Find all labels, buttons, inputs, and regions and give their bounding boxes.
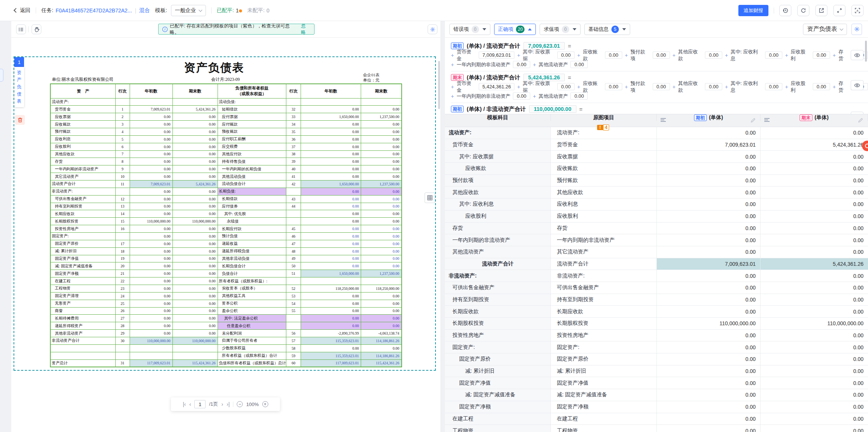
end-suffix: (单体): [815, 114, 829, 121]
match-row[interactable]: 其中: 应收利息应收利息0.000.00: [445, 199, 868, 211]
zoom-in-button[interactable]: +: [262, 401, 268, 407]
doc-cell: 0.00: [301, 315, 361, 322]
match-row[interactable]: 其他应收款其他应收款0.000.00: [445, 186, 868, 199]
sheet-select[interactable]: 资产负债表: [803, 24, 847, 35]
warning-count-badge: !4: [550, 124, 656, 131]
doc-cell: 118,250,000.00: [301, 285, 361, 292]
doc-cell: 0.00: [130, 270, 172, 277]
match-row[interactable]: 长期股权投资长期股权投资110,000,000.00110,000,000.00: [445, 318, 868, 330]
match-row[interactable]: 长期应收款长期应收款0.000.00: [445, 306, 868, 318]
match-table-header: 模板科目 原图项目 期初 (单体) 期末 (单体) !4: [445, 114, 868, 127]
divider: [28, 26, 29, 32]
panel-scrollbar[interactable]: [865, 41, 867, 62]
match-row[interactable]: 固定资产净值固定资产净值0.000.00: [445, 377, 868, 389]
task-label: 任务:: [41, 7, 53, 14]
match-cell: 0.00: [657, 186, 761, 198]
task-id[interactable]: F0A41B46572E47D2A2B72A2...: [56, 8, 132, 14]
match-row[interactable]: 减: 累计折旧减: 累计折旧0.000.00: [445, 365, 868, 377]
doc-cell: 0.00: [361, 307, 402, 315]
filter-chip-正确项[interactable]: 正确项20: [494, 24, 536, 35]
match-row[interactable]: 其他流动资产其它流动资产0.000.00: [445, 246, 868, 258]
match-row[interactable]: 可供出售金融资产可供出售金融资产0.000.00: [445, 282, 868, 294]
match-row[interactable]: 货币资金货币资金7,009,623.015,424,361.26: [445, 139, 868, 151]
match-row[interactable]: 应收股利应收股利0.000.00: [445, 211, 868, 223]
prev-page-button[interactable]: ‹: [189, 401, 191, 407]
back-button[interactable]: 返回: [14, 7, 30, 14]
open-external-button[interactable]: [815, 5, 827, 16]
match-row[interactable]: 持有至到期投资持有至到期投资0.000.00: [445, 294, 868, 306]
match-row[interactable]: 减: 固定资产减值准备减: 固定资产减值准备0.000.00: [445, 389, 868, 401]
match-cell: 0.00: [761, 353, 868, 365]
page-input[interactable]: 1: [194, 400, 206, 408]
doc-cell: [115, 344, 130, 352]
doc-cell: 47: [286, 240, 301, 247]
zoom-out-button[interactable]: −: [237, 401, 243, 407]
match-row[interactable]: 固定资产:固定资产:0.000.00: [445, 341, 868, 353]
append-report-button[interactable]: 追加财报: [738, 5, 768, 16]
match-row[interactable]: 其中: 应收票据应收票据0.000.00: [445, 151, 868, 163]
pan-tool-button[interactable]: [32, 24, 41, 34]
match-row[interactable]: 一年内到期的非流动资产一年内到期的非流动资产0.000.00: [445, 234, 868, 246]
match-cell: 0.00: [761, 341, 868, 353]
next-page-button[interactable]: ›: [221, 401, 223, 407]
doc-cell: 49: [286, 255, 301, 262]
header-end-period[interactable]: 期末 (单体): [761, 114, 868, 121]
banner-ignore-link[interactable]: 忽略: [301, 23, 310, 36]
doc-cell: 0.00: [172, 330, 218, 337]
header-original-item[interactable]: 原图项目: [551, 114, 657, 121]
match-cell: 存货: [445, 223, 551, 234]
view-source-button[interactable]: [851, 50, 863, 60]
match-cell: 0.00: [657, 282, 761, 294]
match-row[interactable]: 固定资产原价固定资产原价0.000.00: [445, 353, 868, 365]
header-begin-period[interactable]: 期初 (单体): [657, 114, 761, 121]
match-row[interactable]: 预付款项预付账款0.000.00: [445, 175, 868, 187]
filter-chip-基础信息[interactable]: 基础信息5: [584, 24, 630, 35]
document-toolbar: i 已配平: 存在未匹配到模板的项目（紫色），检查无误可忽略。 忽略: [11, 21, 440, 38]
match-cell: 0.00: [657, 199, 761, 210]
doc-cell: -2,890,376.99: [301, 330, 361, 337]
history-button[interactable]: [779, 5, 791, 16]
last-page-button[interactable]: ›|: [227, 401, 230, 407]
match-row[interactable]: 流动资产:流动资产:0.000.00: [445, 127, 868, 139]
ocr-recognize-button[interactable]: A: [851, 5, 863, 16]
outline-toggle-button[interactable]: [16, 24, 26, 34]
match-row[interactable]: 存货存货0.000.00: [445, 223, 868, 235]
match-row[interactable]: 投资性房地产投资性房地产0.000.00: [445, 330, 868, 342]
refresh-button[interactable]: [797, 5, 809, 16]
match-row[interactable]: 工程物资工程物资0.000.00: [445, 425, 868, 432]
match-cell: 一年内到期的非流动资产: [445, 234, 551, 246]
doc-cell: 0.00: [301, 121, 361, 128]
match-row[interactable]: 固定资产净额固定资产净额0.000.00: [445, 401, 868, 413]
doc-cell: 0.00: [172, 307, 218, 315]
delete-sheet-button[interactable]: [15, 115, 25, 125]
sort-icon[interactable]: [764, 118, 770, 123]
filter-chip-错误项[interactable]: 错误项0: [449, 24, 490, 35]
match-cell: 存货: [551, 223, 657, 234]
header-template-subject[interactable]: 模板科目: [445, 114, 551, 121]
fullscreen-button[interactable]: [833, 5, 845, 16]
match-row[interactable]: 流动资产合计流动资产合计7,009,623.015,424,361.26: [445, 258, 868, 270]
document-canvas[interactable]: 1 资产负债表 资产负债表 会企01表 单位:丽水金汛股权投资有限公司 会计月:…: [11, 38, 440, 432]
first-page-button[interactable]: |‹: [183, 401, 186, 407]
edit-pencil-icon[interactable]: [750, 118, 756, 124]
template-select[interactable]: 一般企业: [171, 5, 206, 16]
doc-cell: 0.00: [130, 255, 172, 262]
filter-chip-求值项[interactable]: 求值项0: [540, 24, 581, 35]
edit-pencil-icon[interactable]: [858, 118, 863, 124]
table-grid-toggle-button[interactable]: [425, 193, 435, 203]
collapsed-sidebar-handle[interactable]: [0, 69, 3, 82]
match-row[interactable]: 在建工程在建工程0.000.00: [445, 413, 868, 425]
match-cell: 减: 累计折旧: [445, 365, 551, 377]
sort-icon[interactable]: [661, 118, 666, 123]
panel-settings-button[interactable]: [851, 24, 862, 35]
match-row[interactable]: 应收账款应收账款0.000.00: [445, 163, 868, 175]
doc-row: 长期应收款140.000.00其中: 优先股0.000.00: [50, 210, 402, 218]
doc-cell: [361, 277, 402, 285]
formula-group: 期初(单体) / 非流动资产合计110,000,000.00=+可供出售金融资产…: [451, 103, 868, 114]
col-header-begin: 年初数: [301, 84, 361, 98]
document-scrollbar[interactable]: [438, 61, 440, 109]
view-source-button[interactable]: [851, 80, 863, 90]
settings-gear-button[interactable]: [428, 24, 437, 34]
doc-cell: [286, 218, 301, 225]
match-row[interactable]: 非流动资产:非流动资产:0.000.00: [445, 270, 868, 282]
